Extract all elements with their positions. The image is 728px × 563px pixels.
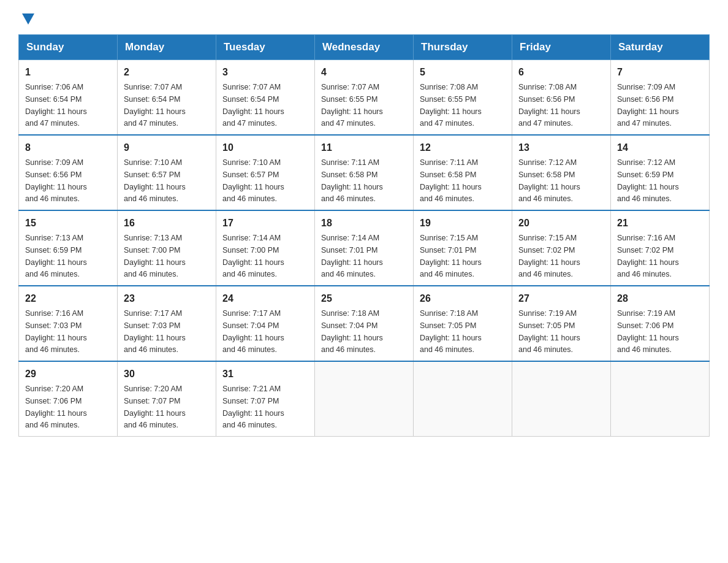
calendar-cell: 4 Sunrise: 7:07 AMSunset: 6:55 PMDayligh… [315, 60, 414, 136]
calendar-cell: 5 Sunrise: 7:08 AMSunset: 6:55 PMDayligh… [414, 60, 512, 136]
day-info: Sunrise: 7:10 AMSunset: 6:57 PMDaylight:… [124, 158, 186, 203]
day-info: Sunrise: 7:09 AMSunset: 6:56 PMDaylight:… [25, 158, 87, 203]
calendar-cell: 17 Sunrise: 7:14 AMSunset: 7:00 PMDaylig… [216, 210, 315, 286]
col-header-friday: Friday [512, 35, 611, 60]
day-info: Sunrise: 7:15 AMSunset: 7:01 PMDaylight:… [420, 234, 482, 278]
day-number: 5 [420, 65, 506, 80]
col-header-monday: Monday [118, 35, 216, 60]
day-number: 3 [222, 65, 308, 80]
calendar-cell [315, 361, 414, 437]
week-row-5: 29 Sunrise: 7:20 AMSunset: 7:06 PMDaylig… [19, 361, 710, 437]
day-number: 27 [518, 291, 604, 306]
day-number: 10 [222, 140, 308, 155]
day-info: Sunrise: 7:06 AMSunset: 6:54 PMDaylight:… [25, 83, 87, 128]
day-info: Sunrise: 7:11 AMSunset: 6:58 PMDaylight:… [420, 158, 482, 203]
calendar-cell: 14 Sunrise: 7:12 AMSunset: 6:59 PMDaylig… [611, 135, 710, 210]
calendar-cell: 16 Sunrise: 7:13 AMSunset: 7:00 PMDaylig… [118, 210, 216, 286]
calendar-cell: 25 Sunrise: 7:18 AMSunset: 7:04 PMDaylig… [315, 286, 414, 361]
day-info: Sunrise: 7:21 AMSunset: 7:07 PMDaylight:… [222, 385, 284, 429]
day-info: Sunrise: 7:08 AMSunset: 6:56 PMDaylight:… [518, 83, 580, 128]
day-number: 21 [617, 216, 703, 231]
logo-triangle-icon [22, 13, 34, 25]
page-header [18, 12, 710, 22]
week-row-3: 15 Sunrise: 7:13 AMSunset: 6:59 PMDaylig… [19, 210, 710, 286]
day-number: 14 [617, 140, 703, 155]
day-info: Sunrise: 7:07 AMSunset: 6:54 PMDaylight:… [222, 83, 284, 128]
day-number: 12 [420, 140, 506, 155]
col-header-saturday: Saturday [611, 35, 710, 60]
day-number: 20 [518, 216, 604, 231]
day-info: Sunrise: 7:12 AMSunset: 6:59 PMDaylight:… [617, 158, 679, 203]
week-row-1: 1 Sunrise: 7:06 AMSunset: 6:54 PMDayligh… [19, 60, 710, 136]
day-number: 29 [25, 367, 111, 381]
day-info: Sunrise: 7:07 AMSunset: 6:55 PMDaylight:… [321, 83, 383, 128]
calendar-cell: 26 Sunrise: 7:18 AMSunset: 7:05 PMDaylig… [414, 286, 512, 361]
day-number: 11 [321, 140, 407, 155]
calendar-cell: 23 Sunrise: 7:17 AMSunset: 7:03 PMDaylig… [118, 286, 216, 361]
calendar-cell: 7 Sunrise: 7:09 AMSunset: 6:56 PMDayligh… [611, 60, 710, 136]
calendar-cell: 13 Sunrise: 7:12 AMSunset: 6:58 PMDaylig… [512, 135, 611, 210]
calendar-cell: 11 Sunrise: 7:11 AMSunset: 6:58 PMDaylig… [315, 135, 414, 210]
calendar-table: SundayMondayTuesdayWednesdayThursdayFrid… [18, 34, 710, 437]
day-info: Sunrise: 7:13 AMSunset: 6:59 PMDaylight:… [25, 234, 87, 278]
week-row-4: 22 Sunrise: 7:16 AMSunset: 7:03 PMDaylig… [19, 286, 710, 361]
calendar-cell: 29 Sunrise: 7:20 AMSunset: 7:06 PMDaylig… [19, 361, 118, 437]
day-info: Sunrise: 7:17 AMSunset: 7:04 PMDaylight:… [222, 309, 284, 354]
week-row-2: 8 Sunrise: 7:09 AMSunset: 6:56 PMDayligh… [19, 135, 710, 210]
day-number: 18 [321, 216, 407, 231]
day-info: Sunrise: 7:12 AMSunset: 6:58 PMDaylight:… [518, 158, 580, 203]
day-info: Sunrise: 7:16 AMSunset: 7:03 PMDaylight:… [25, 309, 87, 354]
calendar-cell: 1 Sunrise: 7:06 AMSunset: 6:54 PMDayligh… [19, 60, 118, 136]
calendar-cell: 22 Sunrise: 7:16 AMSunset: 7:03 PMDaylig… [19, 286, 118, 361]
day-number: 28 [617, 291, 703, 306]
calendar-cell: 30 Sunrise: 7:20 AMSunset: 7:07 PMDaylig… [118, 361, 216, 437]
calendar-cell [414, 361, 512, 437]
day-info: Sunrise: 7:20 AMSunset: 7:07 PMDaylight:… [124, 385, 186, 429]
calendar-cell: 9 Sunrise: 7:10 AMSunset: 6:57 PMDayligh… [118, 135, 216, 210]
calendar-cell: 18 Sunrise: 7:14 AMSunset: 7:01 PMDaylig… [315, 210, 414, 286]
calendar-cell: 12 Sunrise: 7:11 AMSunset: 6:58 PMDaylig… [414, 135, 512, 210]
day-number: 2 [124, 65, 210, 80]
day-info: Sunrise: 7:17 AMSunset: 7:03 PMDaylight:… [124, 309, 186, 354]
col-header-wednesday: Wednesday [315, 35, 414, 60]
header-row: SundayMondayTuesdayWednesdayThursdayFrid… [19, 35, 710, 60]
calendar-cell: 31 Sunrise: 7:21 AMSunset: 7:07 PMDaylig… [216, 361, 315, 437]
day-info: Sunrise: 7:19 AMSunset: 7:05 PMDaylight:… [518, 309, 580, 354]
day-number: 9 [124, 140, 210, 155]
calendar-cell: 27 Sunrise: 7:19 AMSunset: 7:05 PMDaylig… [512, 286, 611, 361]
day-number: 30 [124, 367, 210, 381]
day-number: 26 [420, 291, 506, 306]
calendar-cell: 3 Sunrise: 7:07 AMSunset: 6:54 PMDayligh… [216, 60, 315, 136]
calendar-cell: 8 Sunrise: 7:09 AMSunset: 6:56 PMDayligh… [19, 135, 118, 210]
day-number: 22 [25, 291, 111, 306]
day-info: Sunrise: 7:14 AMSunset: 7:00 PMDaylight:… [222, 234, 284, 278]
calendar-cell: 20 Sunrise: 7:15 AMSunset: 7:02 PMDaylig… [512, 210, 611, 286]
day-number: 31 [222, 367, 308, 381]
calendar-cell: 24 Sunrise: 7:17 AMSunset: 7:04 PMDaylig… [216, 286, 315, 361]
day-number: 25 [321, 291, 407, 306]
day-number: 6 [518, 65, 604, 80]
logo [18, 12, 34, 22]
col-header-thursday: Thursday [414, 35, 512, 60]
day-number: 24 [222, 291, 308, 306]
day-number: 13 [518, 140, 604, 155]
calendar-cell: 6 Sunrise: 7:08 AMSunset: 6:56 PMDayligh… [512, 60, 611, 136]
calendar-cell: 21 Sunrise: 7:16 AMSunset: 7:02 PMDaylig… [611, 210, 710, 286]
day-number: 1 [25, 65, 111, 80]
day-number: 8 [25, 140, 111, 155]
day-info: Sunrise: 7:09 AMSunset: 6:56 PMDaylight:… [617, 83, 679, 128]
day-info: Sunrise: 7:16 AMSunset: 7:02 PMDaylight:… [617, 234, 679, 278]
day-number: 19 [420, 216, 506, 231]
day-info: Sunrise: 7:20 AMSunset: 7:06 PMDaylight:… [25, 385, 87, 429]
col-header-tuesday: Tuesday [216, 35, 315, 60]
day-info: Sunrise: 7:11 AMSunset: 6:58 PMDaylight:… [321, 158, 383, 203]
day-info: Sunrise: 7:10 AMSunset: 6:57 PMDaylight:… [222, 158, 284, 203]
calendar-cell: 15 Sunrise: 7:13 AMSunset: 6:59 PMDaylig… [19, 210, 118, 286]
calendar-cell: 28 Sunrise: 7:19 AMSunset: 7:06 PMDaylig… [611, 286, 710, 361]
calendar-cell: 2 Sunrise: 7:07 AMSunset: 6:54 PMDayligh… [118, 60, 216, 136]
day-info: Sunrise: 7:08 AMSunset: 6:55 PMDaylight:… [420, 83, 482, 128]
day-number: 23 [124, 291, 210, 306]
day-number: 15 [25, 216, 111, 231]
day-info: Sunrise: 7:15 AMSunset: 7:02 PMDaylight:… [518, 234, 580, 278]
day-number: 16 [124, 216, 210, 231]
